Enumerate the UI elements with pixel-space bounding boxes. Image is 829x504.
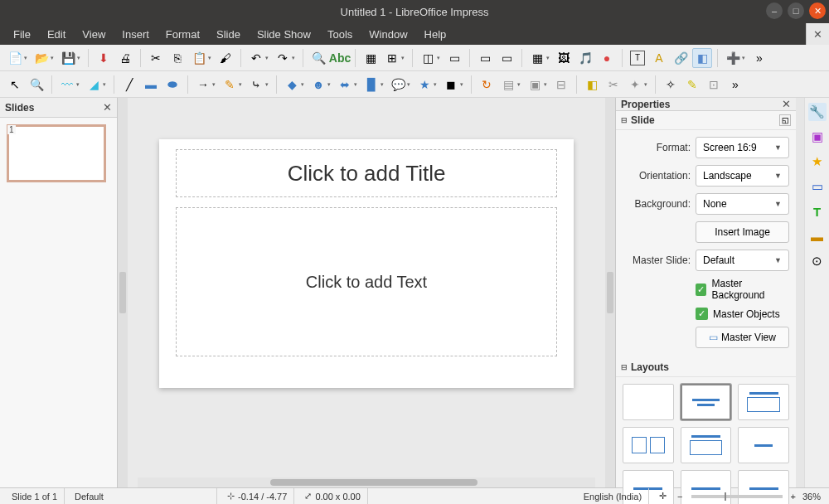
title-placeholder[interactable]: Click to add Title xyxy=(176,149,557,197)
start-beginning-button[interactable]: ▭ xyxy=(475,48,495,68)
media-button[interactable]: 🎵 xyxy=(575,48,595,68)
show-draw-functions-button[interactable]: ◧ xyxy=(692,48,712,68)
horizontal-scrollbar[interactable] xyxy=(138,477,595,487)
status-language[interactable]: English (India) xyxy=(577,488,649,504)
spellcheck-button[interactable]: Abc xyxy=(330,48,350,68)
align-tool[interactable]: ▤▾ xyxy=(498,75,523,94)
status-fit-button[interactable]: ✛ xyxy=(652,488,674,504)
filter-tool[interactable]: ✦▾ xyxy=(625,75,650,94)
textbox-button[interactable]: T xyxy=(628,48,647,68)
new-button[interactable]: 📄▾ xyxy=(5,48,30,68)
minimize-button[interactable]: – xyxy=(766,2,783,19)
3d-tool[interactable]: ◼▾ xyxy=(441,75,466,94)
chart-button[interactable]: ● xyxy=(597,48,617,68)
maximize-button[interactable]: □ xyxy=(788,2,804,19)
new-slide-button[interactable]: ➕▾ xyxy=(723,48,748,68)
print-button[interactable]: 🖨 xyxy=(115,48,135,68)
menu-tools[interactable]: Tools xyxy=(319,26,361,43)
layout-two-content[interactable] xyxy=(623,427,674,463)
redo-button[interactable]: ↷▾ xyxy=(273,48,298,68)
tab-navigator[interactable]: ⊙ xyxy=(808,252,827,270)
line-color-tool[interactable]: 〰▾ xyxy=(57,75,82,94)
display-views-button[interactable]: ◫▾ xyxy=(418,48,443,68)
slide-thumbnail-1[interactable]: 1 xyxy=(7,124,106,182)
fontwork-button[interactable]: A xyxy=(649,48,669,68)
layout-title-two[interactable] xyxy=(681,427,732,463)
master-view-button[interactable]: ▭Master View xyxy=(696,327,789,348)
undo-button[interactable]: ↶▾ xyxy=(246,48,271,68)
menu-window[interactable]: Window xyxy=(361,26,415,43)
properties-panel-close[interactable]: ✕ xyxy=(782,98,791,110)
layout-centered[interactable] xyxy=(738,427,789,463)
menu-slide[interactable]: Slide xyxy=(208,26,249,43)
left-gutter[interactable] xyxy=(118,98,128,487)
background-combo[interactable]: None▼ xyxy=(696,193,789,215)
layout-title-content[interactable] xyxy=(681,384,732,420)
paste-button[interactable]: 📋▾ xyxy=(189,48,214,68)
slide-canvas[interactable]: Click to add Title Click to add Text xyxy=(159,139,574,388)
clone-format-button[interactable]: 🖌 xyxy=(216,48,235,68)
cut-button[interactable]: ✂ xyxy=(146,48,166,68)
callout-tool[interactable]: 💬▾ xyxy=(388,75,413,94)
menu-format[interactable]: Format xyxy=(158,26,208,43)
layouts-section-header[interactable]: ⊟ Layouts xyxy=(616,358,796,377)
points-tool[interactable]: ✧ xyxy=(661,75,681,94)
close-button[interactable]: ✕ xyxy=(809,2,826,19)
fill-color-tool[interactable]: ◢▾ xyxy=(84,75,109,94)
tab-animation[interactable]: ★ xyxy=(808,153,827,171)
slides-panel-close[interactable]: ✕ xyxy=(103,101,112,114)
gluepoints-tool[interactable]: ✎ xyxy=(682,75,702,94)
menu-help[interactable]: Help xyxy=(416,26,455,43)
zoom-pan-tool[interactable]: 🔍 xyxy=(27,75,46,94)
master-background-check[interactable]: ✓ Master Background xyxy=(623,278,789,301)
tab-properties[interactable]: 🔧 xyxy=(808,103,827,121)
arrow-tool[interactable]: →▾ xyxy=(193,75,218,94)
shadow-tool[interactable]: ◧ xyxy=(582,75,602,94)
image-button[interactable]: 🖼 xyxy=(554,48,574,68)
open-button[interactable]: 📂▾ xyxy=(32,48,56,68)
arrange-tool[interactable]: ▣▾ xyxy=(525,75,550,94)
document-close-tab[interactable]: ✕ xyxy=(806,23,829,45)
hyperlink-button[interactable]: 🔗 xyxy=(671,48,691,68)
slide-section-header[interactable]: ⊟ Slide ◱ xyxy=(616,111,796,130)
stars-tool[interactable]: ★▾ xyxy=(414,75,439,94)
tab-master-slides[interactable]: ▭ xyxy=(808,177,827,196)
symbol-shapes-tool[interactable]: ☻▾ xyxy=(308,75,333,94)
export-pdf-button[interactable]: ⬇ xyxy=(94,48,114,68)
tab-gallery[interactable]: ▬ xyxy=(808,227,827,245)
zoom-in-button[interactable]: + xyxy=(791,492,796,502)
save-button[interactable]: 💾▾ xyxy=(58,48,83,68)
format-combo[interactable]: Screen 16:9▼ xyxy=(696,137,789,158)
menu-view[interactable]: View xyxy=(74,26,114,43)
layout-9[interactable] xyxy=(738,470,789,504)
find-replace-button[interactable]: 🔍 xyxy=(308,48,328,68)
copy-button[interactable]: ⎘ xyxy=(167,48,187,68)
zoom-out-button[interactable]: − xyxy=(677,492,682,502)
select-tool[interactable]: ↖ xyxy=(5,75,25,94)
tab-slide-transition[interactable]: ▣ xyxy=(808,128,827,146)
master-objects-check[interactable]: ✓ Master Objects xyxy=(623,308,789,320)
canvas-viewport[interactable]: Click to add Title Click to add Text xyxy=(128,98,605,487)
drawing-overflow-button[interactable]: » xyxy=(725,75,745,94)
line-tool[interactable]: ╱ xyxy=(119,75,139,94)
menu-slideshow[interactable]: Slide Show xyxy=(249,26,319,43)
rectangle-tool[interactable]: ▬ xyxy=(141,75,161,94)
connector-tool[interactable]: ⤷▾ xyxy=(246,75,271,94)
layout-blank[interactable] xyxy=(623,384,674,420)
zoom-slider[interactable] xyxy=(691,495,783,498)
curve-tool[interactable]: ✎▾ xyxy=(220,75,245,94)
menu-insert[interactable]: Insert xyxy=(114,26,158,43)
distribute-tool[interactable]: ⊟ xyxy=(551,75,571,94)
more-options-icon[interactable]: ◱ xyxy=(779,114,791,126)
ellipse-tool[interactable]: ⬬ xyxy=(162,75,182,94)
grid-button[interactable]: ▦ xyxy=(361,48,381,68)
block-arrows-tool[interactable]: ⬌▾ xyxy=(335,75,360,94)
table-button[interactable]: ▦▾ xyxy=(527,48,552,68)
orientation-combo[interactable]: Landscape▼ xyxy=(696,165,789,187)
master-slide-button[interactable]: ▭ xyxy=(444,48,464,68)
layout-title-only[interactable] xyxy=(738,384,789,420)
menu-edit[interactable]: Edit xyxy=(39,26,74,43)
start-current-button[interactable]: ▭ xyxy=(497,48,516,68)
flowchart-tool[interactable]: ▉▾ xyxy=(361,75,386,94)
crop-tool[interactable]: ✂ xyxy=(604,75,623,94)
